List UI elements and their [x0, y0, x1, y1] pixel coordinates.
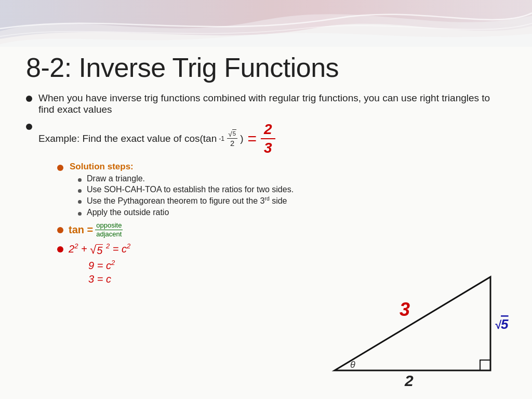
answer-denominator: 3: [261, 139, 275, 157]
step-3-text: Use the Pythagorean theorem to figure ou…: [87, 196, 287, 206]
frac-denominator: 2: [229, 139, 235, 149]
small-dot-2: [78, 189, 82, 193]
answer-numerator: 2: [261, 121, 275, 139]
adjacent-text: adjacent: [95, 230, 123, 239]
pyth-eq-text: 22 + √5 2 = c2: [69, 242, 130, 256]
sqrt-5-pyth: √5: [90, 243, 103, 257]
right-angle-mark: [480, 360, 490, 370]
main-bullet-list: When you have inverse trig functions com…: [26, 92, 506, 156]
example-line: Example: Find the exact value of cos(tan…: [38, 121, 275, 156]
orange-dot-solution: [57, 165, 63, 171]
example-prefix: Example: Find the exact value of cos(tan: [38, 133, 217, 144]
small-dot-3: [78, 200, 82, 204]
equals-sign: =: [247, 130, 257, 148]
eq-9-c2-text: 9 = c2: [88, 259, 115, 272]
eq-3-c: 3 = c: [88, 273, 506, 285]
small-dot-4: [78, 212, 82, 216]
bullet-dot-1: [26, 96, 32, 102]
solution-label-text: Solution steps:: [70, 162, 134, 172]
theta-label: θ: [350, 360, 355, 370]
small-dot-1: [78, 178, 82, 182]
closing-paren: ): [240, 133, 243, 144]
steps-list: Draw a triangle. Use SOH-CAH-TOA to esta…: [78, 174, 506, 217]
example-fraction: √5 2: [227, 128, 237, 149]
pyth-equation: 22 + √5 2 = c2: [57, 242, 506, 256]
slide-title: 8-2: Inverse Trig Functions: [26, 52, 506, 83]
step-1: Draw a triangle.: [78, 174, 506, 183]
hypotenuse-label: 3: [400, 299, 410, 320]
opposite-label: √5: [495, 316, 509, 332]
frac-numerator: √5: [227, 128, 237, 139]
eq-9-c2: 9 = c2: [88, 259, 506, 272]
bullet-1: When you have inverse trig functions com…: [26, 92, 506, 115]
sqrt-radical: √: [90, 243, 96, 257]
step-4: Apply the outside ratio: [78, 208, 506, 217]
solution-steps-item: Solution steps:: [57, 162, 506, 172]
slide-content: 8-2: Inverse Trig Functions When you hav…: [0, 47, 532, 292]
step-2: Use SOH-CAH-TOA to establish the ratios …: [78, 185, 506, 194]
slide: 8-2: Inverse Trig Functions When you hav…: [0, 0, 532, 399]
opposite-text: opposite: [95, 221, 123, 231]
step-2-text: Use SOH-CAH-TOA to establish the ratios …: [87, 185, 294, 194]
c-squared: c: [122, 243, 127, 255]
radical-symbol: √: [228, 131, 232, 137]
exponent: -1: [219, 135, 224, 142]
sub-list: Solution steps:: [57, 162, 506, 172]
orange-dot-tan: [57, 227, 63, 233]
step-3: Use the Pythagorean theorem to figure ou…: [78, 196, 506, 206]
bullet-1-text: When you have inverse trig functions com…: [38, 92, 506, 115]
bullet-2-content: Example: Find the exact value of cos(tan…: [38, 121, 275, 156]
c-text: c: [106, 273, 111, 285]
sqrt-5-radicand: 5: [96, 244, 103, 257]
adjacent-label: 2: [404, 372, 414, 389]
sqrt-5-inline: √5: [228, 129, 236, 138]
orange-dot-pyth: [57, 246, 63, 252]
answer-fraction: 2 3: [261, 121, 275, 156]
wave-decoration: [0, 0, 532, 47]
bullet-2: Example: Find the exact value of cos(tan…: [26, 121, 506, 156]
eq-3-c-text: 3 = c: [88, 273, 111, 285]
c2-text: c: [106, 259, 111, 271]
radicand-5: 5: [232, 129, 236, 138]
tan-label: tan =: [69, 224, 93, 236]
tan-fraction: opposite adjacent: [95, 221, 123, 240]
step-4-text: Apply the outside ratio: [87, 208, 169, 217]
bullet-dot-2: [26, 124, 32, 130]
tan-formula-line: tan = opposite adjacent: [57, 221, 506, 240]
step-1-text: Draw a triangle.: [87, 174, 145, 183]
